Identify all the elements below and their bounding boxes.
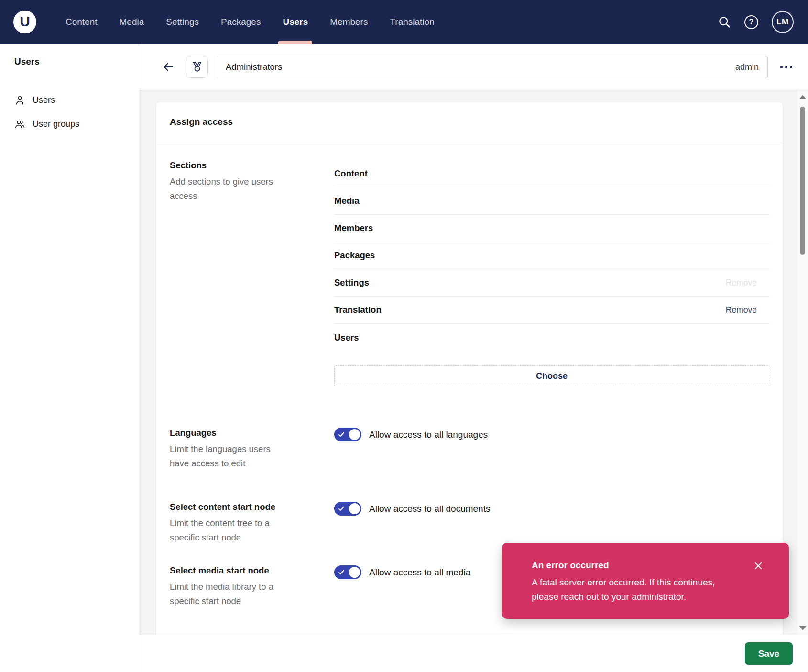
top-navbar: U Content Media Settings Packages Users …: [0, 0, 808, 44]
section-name: Media: [334, 196, 359, 206]
choose-sections-button[interactable]: Choose: [334, 365, 769, 386]
content-start-toggle-label: Allow access to all documents: [369, 504, 490, 514]
content-start-toggle[interactable]: [334, 502, 361, 516]
error-toast: An error occurred A fatal server error o…: [502, 543, 789, 619]
section-name: Translation: [334, 305, 382, 315]
topbar-actions: ? LM: [718, 11, 794, 33]
sidebar-item-label: Users: [33, 95, 55, 105]
user-icon: [14, 95, 25, 106]
nav-item-label: Translation: [390, 17, 434, 27]
save-button[interactable]: Save: [745, 642, 793, 665]
content-start-toggle-line: Allow access to all documents: [334, 502, 769, 516]
content-start-description: Limit the content tree to a specific sta…: [170, 516, 289, 544]
scroll-down-arrow-icon[interactable]: [799, 626, 806, 630]
toggle-knob: [349, 567, 360, 578]
languages-row: Languages Limit the languages users have…: [170, 428, 769, 470]
umbraco-logo-icon[interactable]: U: [13, 11, 36, 33]
sections-label-block: Sections Add sections to give users acce…: [170, 160, 313, 386]
toggle-knob: [349, 503, 360, 514]
section-list-item: Users: [334, 324, 769, 351]
logo-letter: U: [20, 13, 30, 30]
languages-toggle-line: Allow access to all languages: [334, 428, 769, 441]
nav-item-packages[interactable]: Packages: [210, 0, 272, 44]
languages-label: Languages: [170, 428, 313, 438]
close-icon[interactable]: [752, 559, 765, 574]
nav-item-settings[interactable]: Settings: [155, 0, 210, 44]
nav-item-label: Media: [120, 17, 144, 27]
section-list-item: Media: [334, 187, 769, 215]
section-name: Packages: [334, 250, 375, 261]
nav-item-label: Packages: [221, 17, 261, 27]
group-name-value: Administrators: [226, 62, 730, 72]
section-name: Members: [334, 223, 373, 233]
toggle-knob: [349, 429, 360, 440]
content-start-node-row: Select content start node Limit the cont…: [170, 502, 769, 544]
vertical-scrollbar[interactable]: [797, 90, 808, 635]
search-icon[interactable]: [718, 16, 731, 29]
help-glyph: ?: [744, 15, 758, 29]
languages-toggle-label: Allow access to all languages: [369, 430, 488, 440]
help-icon[interactable]: ?: [744, 15, 758, 29]
section-list-item: Settings Remove: [334, 269, 769, 297]
remove-section-button[interactable]: Remove: [723, 302, 769, 318]
avatar[interactable]: LM: [772, 11, 794, 33]
media-start-toggle[interactable]: [334, 565, 361, 579]
scrollbar-thumb[interactable]: [800, 107, 805, 255]
media-start-label: Select media start node: [170, 565, 313, 576]
sidebar: Users Users User groups: [0, 44, 139, 672]
section-list-item: Content: [334, 160, 769, 187]
check-icon: [338, 431, 345, 438]
section-name: Content: [334, 168, 368, 179]
back-arrow-icon[interactable]: [159, 58, 177, 76]
medal-icon: [191, 61, 204, 74]
toast-message: A fatal server error occurred. If this c…: [532, 575, 737, 605]
media-start-toggle-label: Allow access to all media: [369, 567, 470, 578]
nav-item-content[interactable]: Content: [55, 0, 109, 44]
media-start-label-block: Select media start node Limit the media …: [170, 565, 313, 608]
section-list-item: Translation Remove: [334, 297, 769, 324]
sidebar-item-label: User groups: [33, 119, 79, 129]
user-group-icon: [14, 119, 25, 130]
languages-description: Limit the languages users have access to…: [170, 442, 289, 470]
card-title: Assign access: [170, 117, 233, 127]
content-start-label-block: Select content start node Limit the cont…: [170, 502, 313, 544]
remove-section-button[interactable]: Remove: [723, 275, 769, 291]
media-start-description: Limit the media library to a specific st…: [170, 580, 289, 608]
section-name: Settings: [334, 277, 369, 288]
languages-toggle[interactable]: [334, 428, 361, 441]
sections-row: Sections Add sections to give users acce…: [170, 160, 769, 386]
scroll-up-arrow-icon[interactable]: [799, 95, 806, 99]
check-icon: [338, 506, 345, 512]
action-footer: Save: [139, 635, 808, 672]
nav-item-members[interactable]: Members: [319, 0, 379, 44]
section-name: Users: [334, 332, 359, 343]
nav-item-users[interactable]: Users: [272, 0, 319, 44]
entity-header: Administrators admin: [139, 44, 808, 90]
content-start-label: Select content start node: [170, 502, 313, 512]
active-tab-indicator: [278, 41, 312, 44]
group-alias: admin: [735, 62, 759, 72]
nav-item-media[interactable]: Media: [109, 0, 155, 44]
sections-description: Add sections to give users access: [170, 175, 289, 203]
sections-label: Sections: [170, 160, 313, 171]
nav-item-translation[interactable]: Translation: [379, 0, 445, 44]
card-header: Assign access: [156, 102, 783, 142]
section-list-item: Members: [334, 215, 769, 242]
nav-item-label: Members: [330, 17, 368, 27]
sidebar-item-users[interactable]: Users: [0, 88, 139, 112]
sidebar-item-user-groups[interactable]: User groups: [0, 112, 139, 136]
sections-list: Content Media Members Packages: [334, 160, 769, 386]
section-list-item: Packages: [334, 242, 769, 269]
avatar-initials: LM: [776, 17, 789, 27]
section-nav: Content Media Settings Packages Users Me…: [55, 0, 446, 44]
sidebar-heading: Users: [0, 56, 139, 67]
nav-item-label: Users: [283, 17, 308, 27]
toast-title: An error occurred: [532, 560, 762, 571]
group-name-input[interactable]: Administrators admin: [217, 56, 768, 78]
nav-item-label: Settings: [166, 17, 199, 27]
card-body: Sections Add sections to give users acce…: [156, 142, 783, 608]
nav-item-label: Content: [66, 17, 98, 27]
more-options-icon[interactable]: [776, 61, 796, 73]
check-icon: [338, 569, 345, 575]
group-icon-picker-button[interactable]: [186, 56, 208, 78]
